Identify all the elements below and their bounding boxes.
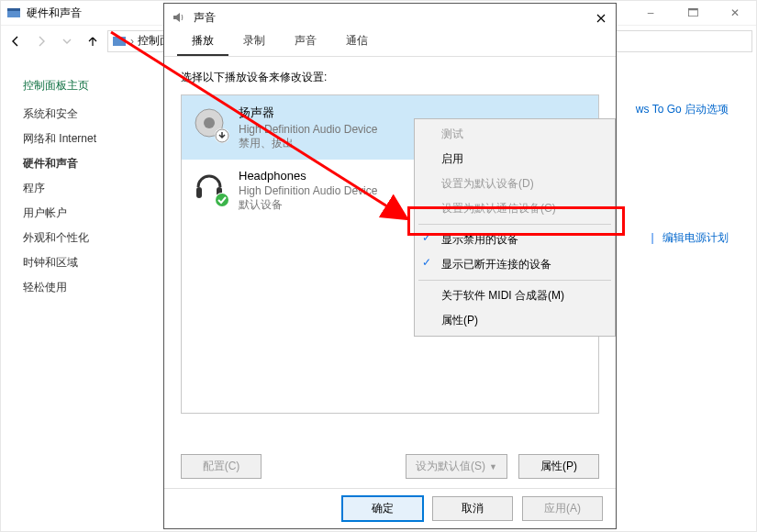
device-status: 禁用、拔出 bbox=[239, 137, 377, 150]
apply-button[interactable]: 应用(A) bbox=[522, 496, 603, 521]
sidebar-item[interactable]: 时钟和区域 bbox=[23, 255, 148, 271]
content-link[interactable]: 编辑电源计划 bbox=[662, 231, 729, 244]
sidebar-item[interactable]: 轻松使用 bbox=[23, 280, 148, 295]
menu-label: 显示禁用的设备 bbox=[441, 233, 518, 246]
chevron-down-icon: ▼ bbox=[489, 462, 497, 471]
speaker-icon bbox=[172, 10, 186, 25]
up-button[interactable] bbox=[82, 30, 104, 52]
sidebar-item[interactable]: 网络和 Internet bbox=[23, 131, 148, 147]
content-link[interactable]: ws To Go 启动选项 bbox=[636, 102, 729, 117]
menu-label: 测试 bbox=[441, 127, 463, 140]
dialog-close-button[interactable] bbox=[592, 9, 610, 28]
sidebar-item[interactable]: 外观和个性化 bbox=[23, 230, 148, 246]
tab-1[interactable]: 录制 bbox=[228, 28, 280, 56]
sidebar-item[interactable]: 用户帐户 bbox=[23, 205, 148, 221]
svg-point-8 bbox=[216, 194, 228, 206]
menu-label: 显示已断开连接的设备 bbox=[441, 258, 551, 271]
dialog-footer: 配置(C) 设为默认值(S)▼ 属性(P) 确定 取消 应用(A) bbox=[164, 445, 616, 528]
svg-rect-6 bbox=[196, 187, 202, 198]
instruction-text: 选择以下播放设备来修改设置: bbox=[181, 70, 599, 85]
sidebar-item[interactable]: 系统和安全 bbox=[23, 106, 148, 122]
menu-label: 启用 bbox=[441, 152, 463, 165]
device-desc: High Definition Audio Device bbox=[239, 184, 377, 198]
window-title: 硬件和声音 bbox=[27, 6, 82, 21]
separator-icon: | bbox=[646, 231, 660, 244]
device-desc: High Definition Audio Device bbox=[239, 123, 377, 137]
tab-2[interactable]: 声音 bbox=[280, 28, 331, 56]
menu-label: 关于软件 MIDI 合成器(M) bbox=[441, 289, 564, 302]
control-panel-window: 硬件和声音 – 🗖 ✕ › 控制面 控制面板主页 系统和安全网络和 Intern… bbox=[0, 0, 757, 532]
ok-button[interactable]: 确定 bbox=[342, 496, 423, 521]
set-default-button[interactable]: 设为默认值(S)▼ bbox=[406, 454, 507, 479]
tab-0[interactable]: 播放 bbox=[177, 28, 228, 56]
close-button[interactable]: ✕ bbox=[714, 1, 756, 25]
configure-button[interactable]: 配置(C) bbox=[181, 454, 262, 479]
dialog-tabs: 播放录制声音通信 bbox=[164, 31, 616, 57]
menu-label: 设置为默认设备(D) bbox=[441, 177, 534, 190]
menu-separator bbox=[418, 280, 611, 281]
tab-3[interactable]: 通信 bbox=[331, 28, 383, 56]
context-menu-item[interactable]: 启用 bbox=[417, 147, 612, 172]
check-icon: ✓ bbox=[422, 256, 431, 269]
menu-label: 属性(P) bbox=[441, 314, 478, 327]
control-panel-icon bbox=[6, 6, 21, 20]
svg-rect-1 bbox=[7, 8, 20, 11]
device-name: Headphones bbox=[239, 169, 377, 183]
minimize-button[interactable]: – bbox=[629, 1, 672, 25]
svg-rect-2 bbox=[113, 37, 126, 46]
dialog-title: 声音 bbox=[194, 10, 216, 26]
forward-button[interactable] bbox=[30, 30, 52, 52]
control-panel-icon bbox=[112, 34, 127, 49]
context-menu-item[interactable]: ✓显示禁用的设备 bbox=[417, 227, 612, 252]
context-menu-item: 设置为默认设备(D) bbox=[417, 172, 612, 196]
back-button[interactable] bbox=[5, 30, 27, 52]
recent-dropdown[interactable] bbox=[56, 30, 78, 52]
properties-button[interactable]: 属性(P) bbox=[518, 454, 599, 479]
sidebar-heading[interactable]: 控制面板主页 bbox=[23, 78, 148, 94]
content-link-row: | 编辑电源计划 bbox=[646, 230, 729, 246]
context-menu: 测试启用设置为默认设备(D)设置为默认通信设备(C)✓显示禁用的设备✓显示已断开… bbox=[414, 118, 616, 337]
context-menu-item[interactable]: 关于软件 MIDI 合成器(M) bbox=[417, 283, 612, 308]
maximize-button[interactable]: 🗖 bbox=[672, 1, 714, 25]
speaker-device-icon bbox=[191, 105, 228, 141]
cancel-button[interactable]: 取消 bbox=[432, 496, 513, 521]
menu-separator bbox=[418, 224, 611, 225]
headphones-icon bbox=[191, 169, 228, 205]
device-status: 默认设备 bbox=[239, 198, 377, 212]
sidebar-item[interactable]: 硬件和声音 bbox=[23, 156, 148, 172]
context-menu-item[interactable]: 属性(P) bbox=[417, 308, 612, 333]
menu-label: 设置为默认通信设备(C) bbox=[441, 202, 556, 215]
svg-point-4 bbox=[204, 117, 215, 128]
device-name: 扬声器 bbox=[239, 105, 377, 121]
check-icon: ✓ bbox=[422, 231, 431, 244]
window-controls: – 🗖 ✕ bbox=[629, 1, 756, 25]
sidebar-item[interactable]: 程序 bbox=[23, 181, 148, 196]
sidebar: 控制面板主页 系统和安全网络和 Internet硬件和声音程序用户帐户外观和个性… bbox=[1, 56, 157, 531]
context-menu-item[interactable]: ✓显示已断开连接的设备 bbox=[417, 252, 612, 277]
context-menu-item: 设置为默认通信设备(C) bbox=[417, 196, 612, 221]
context-menu-item: 测试 bbox=[417, 122, 612, 147]
